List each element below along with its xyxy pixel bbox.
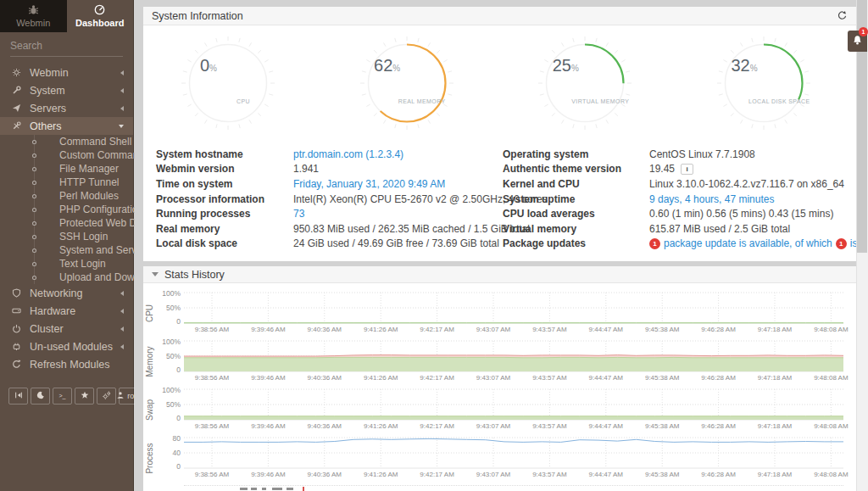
refresh-icon[interactable] xyxy=(837,10,848,21)
bug-icon xyxy=(28,4,39,15)
info-value-link[interactable]: ptr.domain.com (1.2.3.4) xyxy=(293,148,403,160)
chevron-left-icon xyxy=(120,326,124,332)
others-submenu: Command ShellCustom CommandsFile Manager… xyxy=(0,135,133,284)
x-tick-label: 9:45:38 AM xyxy=(634,471,690,478)
info-value-link[interactable]: Friday, January 31, 2020 9:49 AM xyxy=(293,178,445,190)
chart-axis-title: CPU xyxy=(143,292,156,334)
sidebar-search xyxy=(10,40,123,57)
x-axis-labels: 9:38:56 AM9:39:46 AM9:40:36 AM9:41:26 AM… xyxy=(184,421,843,432)
gauge-percent: 0% xyxy=(184,56,233,75)
x-tick-label: 9:43:57 AM xyxy=(521,326,577,333)
tab-dashboard-label: Dashboard xyxy=(75,18,124,28)
info-value: ptr.domain.com (1.2.3.4) xyxy=(293,148,403,160)
gauges-row: 0%CPU62%REAL MEMORY25%VIRTUAL MEMORY32%L… xyxy=(143,25,856,137)
security-count-badge: 1 xyxy=(836,238,847,249)
x-tick-label: 9:48:08 AM xyxy=(803,422,859,430)
system-information-panel: System Information 0%CPU62%REAL MEMORY25… xyxy=(143,7,856,261)
sidebar-item-protected-web-directories[interactable]: Protected Web Directories xyxy=(0,216,133,230)
tab-dashboard[interactable]: Dashboard xyxy=(67,0,134,32)
sidebar-item-ssh-login[interactable]: SSH Login xyxy=(0,230,133,243)
bullet-icon xyxy=(32,208,36,212)
bullet-icon xyxy=(32,140,36,144)
x-tick-label: 9:41:26 AM xyxy=(353,471,409,478)
sidebar-item-others[interactable]: Others xyxy=(0,117,133,135)
x-tick-label: 9:47:18 AM xyxy=(747,326,803,333)
x-tick-label: 9:43:57 AM xyxy=(521,422,577,430)
info-label: Real memory xyxy=(156,223,293,235)
star-button[interactable] xyxy=(75,388,94,405)
collapse-caret-icon xyxy=(152,272,159,276)
info-row-cpu-load-averages: CPU load averages0.60 (1 min) 0.56 (5 mi… xyxy=(503,206,868,221)
info-row-running-processes: Running processes73 xyxy=(156,206,503,221)
scrollbar xyxy=(856,0,868,491)
sidebar-item-text-login[interactable]: Text Login xyxy=(0,257,133,271)
sidebar-item-http-tunnel[interactable]: HTTP Tunnel xyxy=(0,176,133,189)
x-tick-label: 9:47:18 AM xyxy=(747,471,803,478)
notifications-tab[interactable]: 1 xyxy=(848,31,867,52)
package-update-link[interactable]: package update is available, of which xyxy=(664,237,832,249)
x-tick-label: 9:47:18 AM xyxy=(747,422,803,430)
info-badge-icon[interactable]: i xyxy=(681,164,693,175)
sidebar-item-file-manager[interactable]: File Manager xyxy=(0,162,133,176)
info-value-link[interactable]: 73 xyxy=(293,208,304,220)
x-tick-label: 9:47:18 AM xyxy=(747,374,803,382)
chevron-left-icon xyxy=(120,344,124,349)
info-label: Local disk space xyxy=(156,237,293,249)
sidebar-item-networking[interactable]: Networking xyxy=(0,284,133,302)
x-tick-label: 9:40:36 AM xyxy=(297,422,353,430)
sidebar-item-system[interactable]: System xyxy=(0,81,133,99)
wrench-icon xyxy=(12,86,27,95)
sidebar-item-php-configuration[interactable]: PHP Configuration xyxy=(0,203,133,216)
info-value: 1.941 xyxy=(293,163,319,175)
sidebar-item-command-shell[interactable]: Command Shell xyxy=(0,135,133,148)
sidebar-item-hardware[interactable]: Hardware xyxy=(0,302,133,320)
collapse-button[interactable] xyxy=(8,388,28,405)
info-label: Running processes xyxy=(156,208,293,220)
chevron-left-icon xyxy=(120,291,124,296)
sidebar-item-servers[interactable]: Servers xyxy=(0,99,133,117)
gauge-label: CPU xyxy=(213,98,274,104)
info-value-link[interactable]: 9 days, 4 hours, 47 minutes xyxy=(649,193,774,205)
info-label: System uptime xyxy=(503,193,649,205)
info-label: Authentic theme version xyxy=(503,163,649,175)
info-row-authentic-theme-version: Authentic theme version19.45i xyxy=(503,162,868,177)
tab-webmin-label: Webmin xyxy=(16,18,50,28)
stats-history-title: Stats History xyxy=(164,269,225,281)
bullet-icon xyxy=(32,167,36,171)
user-icon xyxy=(116,391,125,401)
x-tick-label: 9:44:47 AM xyxy=(578,326,634,333)
stats-history-header[interactable]: Stats History xyxy=(143,266,856,283)
moon-button[interactable] xyxy=(31,388,50,405)
x-tick-label: 9:46:28 AM xyxy=(691,326,747,333)
x-tick-label: 9:45:38 AM xyxy=(634,422,690,430)
sidebar-item-cluster[interactable]: Cluster xyxy=(0,320,133,338)
info-value: 615.87 MiB used / 2.5 GiB total xyxy=(649,223,790,235)
tab-webmin[interactable]: Webmin xyxy=(0,0,67,32)
sidebar-item-un-used-modules[interactable]: Un-used Modules xyxy=(0,338,133,355)
power-icon xyxy=(12,324,27,333)
sidebar-item-system-and-server-status[interactable]: System and Server Status xyxy=(0,243,133,257)
gears-button[interactable] xyxy=(97,388,116,405)
bullet-icon xyxy=(32,276,36,280)
search-input[interactable] xyxy=(10,40,142,52)
star-icon xyxy=(81,391,89,401)
gauge-virtual-memory: 25%VIRTUAL MEMORY xyxy=(536,34,634,137)
system-information-header: System Information xyxy=(143,7,856,25)
sidebar-item-perl-modules[interactable]: Perl Modules xyxy=(0,189,133,203)
x-tick-label: 9:38:56 AM xyxy=(184,422,240,430)
terminal-button[interactable]: >_ xyxy=(53,388,72,405)
sidebar-item-custom-commands[interactable]: Custom Commands xyxy=(0,148,133,162)
x-tick-label: 9:45:38 AM xyxy=(634,374,690,382)
x-tick-label: 9:42:17 AM xyxy=(409,374,465,382)
sidebar-item-refresh-modules[interactable]: Refresh Modules xyxy=(0,355,133,373)
x-tick-label: 9:43:57 AM xyxy=(521,471,577,478)
info-value: 0.60 (1 min) 0.56 (5 mins) 0.43 (15 mins… xyxy=(649,208,833,220)
x-axis-labels: 9:38:56 AM9:39:46 AM9:40:36 AM9:41:26 AM… xyxy=(184,470,843,480)
x-tick-label: 9:40:36 AM xyxy=(297,471,353,478)
bullet-icon xyxy=(32,153,36,158)
info-label: Package updates xyxy=(503,237,649,249)
sidebar-item-webmin[interactable]: Webmin xyxy=(0,64,133,81)
chart-plot: 9:38:56 AM9:39:46 AM9:40:36 AM9:41:26 AM… xyxy=(184,388,843,432)
bullet-icon xyxy=(32,194,36,198)
sidebar-item-upload-and-download[interactable]: Upload and Download xyxy=(0,271,133,284)
